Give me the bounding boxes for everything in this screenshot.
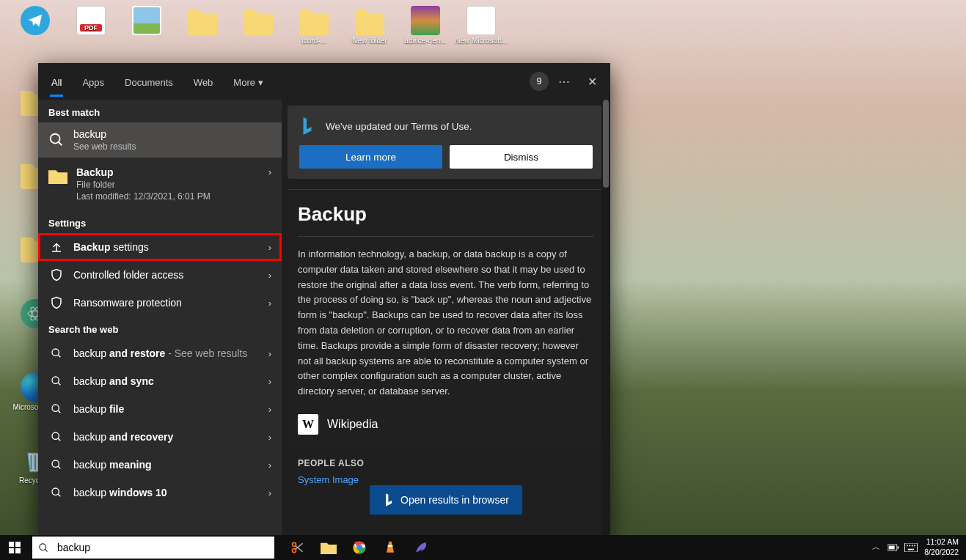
pin-explorer[interactable]: [314, 535, 343, 560]
tray-keyboard-icon[interactable]: [902, 535, 920, 560]
settings-item-controlled-folder[interactable]: Controlled folder access ›: [38, 261, 282, 289]
chevron-right-icon: ›: [268, 270, 271, 281]
web-item-5[interactable]: backup windows 10 ›: [38, 479, 282, 506]
close-icon[interactable]: ✕: [579, 69, 604, 94]
desktop-icon-newfolder[interactable]: New folder: [343, 6, 396, 45]
svg-point-13: [52, 460, 59, 467]
svg-line-8: [58, 383, 60, 385]
desktop-icon-telegram[interactable]: [9, 6, 62, 37]
taskbar: ︿ 11:02 AM 8/20/2022: [0, 535, 966, 560]
pin-snip[interactable]: [283, 535, 312, 560]
pin-vlc[interactable]: [376, 535, 405, 560]
svg-rect-29: [898, 546, 899, 548]
chevron-right-icon: ›: [268, 242, 271, 253]
web-item-1[interactable]: backup and sync ›: [38, 367, 282, 395]
pin-feather[interactable]: [406, 535, 436, 560]
svg-rect-32: [907, 545, 908, 547]
scroll-thumb[interactable]: [603, 100, 609, 188]
wikipedia-link[interactable]: W Wikipedia: [298, 414, 594, 435]
svg-point-3: [51, 134, 60, 144]
desktop-icon-folder-2[interactable]: [232, 6, 285, 37]
svg-rect-20: [15, 548, 21, 553]
svg-point-11: [52, 432, 59, 439]
chevron-right-icon: ›: [268, 298, 271, 309]
chevron-right-icon: ›: [268, 460, 271, 471]
shield-icon: [48, 267, 65, 283]
settings-item-ransomware[interactable]: Ransomware protection ›: [38, 289, 282, 317]
tab-documents[interactable]: Documents: [114, 67, 183, 97]
taskbar-search[interactable]: [32, 537, 274, 559]
desktop-icon-folder-1[interactable]: [176, 6, 229, 37]
open-browser-button[interactable]: Open results in browser: [370, 485, 522, 515]
backup-arrow-icon: [48, 239, 65, 255]
chevron-right-icon: ›: [268, 432, 271, 443]
bing-icon: [383, 493, 395, 507]
start-button[interactable]: [0, 535, 29, 560]
banner-text: We've updated our Terms of Use.: [326, 121, 472, 132]
search-tabs: All Apps Documents Web More ▾: [38, 63, 282, 100]
chrome-icon: [352, 540, 367, 555]
tray-battery-icon[interactable]: [885, 535, 902, 560]
chevron-right-icon: ›: [268, 404, 271, 415]
settings-item-backup[interactable]: Backup settings ›: [38, 233, 282, 261]
scissors-icon: [290, 540, 305, 555]
desktop-icon-tcord[interactable]: tcord-...: [288, 6, 340, 45]
search-left-pane: All Apps Documents Web More ▾ Best match…: [38, 63, 282, 535]
bestmatch-title: backup: [73, 128, 271, 140]
more-icon[interactable]: ⋯: [552, 69, 577, 94]
dismiss-button[interactable]: Dismiss: [450, 145, 593, 169]
taskbar-clock[interactable]: 11:02 AM 8/20/2022: [920, 537, 966, 557]
desktop-icon-image[interactable]: [120, 6, 173, 37]
tab-all[interactable]: All: [41, 67, 72, 97]
svg-line-22: [45, 549, 47, 551]
search-icon: [48, 401, 65, 417]
card-title: Backup: [298, 203, 594, 226]
scrollbar[interactable]: [601, 100, 610, 535]
tab-more[interactable]: More ▾: [223, 67, 273, 97]
people-link[interactable]: System Image: [298, 474, 359, 485]
bing-icon: [299, 116, 315, 136]
search-input[interactable]: [54, 542, 274, 553]
svg-rect-33: [910, 545, 911, 547]
document-icon: [466, 6, 496, 35]
svg-rect-36: [908, 549, 915, 550]
taskbar-pins: [283, 535, 436, 560]
clock-date: 8/20/2022: [924, 548, 959, 558]
badge-count[interactable]: 9: [530, 72, 549, 91]
search-right-pane: 9 ⋯ ✕ We've updated our Terms of Use. Le…: [282, 63, 610, 535]
chevron-right-icon: ›: [268, 487, 271, 498]
svg-line-12: [58, 438, 60, 441]
search-icon: [48, 373, 65, 389]
svg-rect-17: [9, 542, 14, 547]
desktop-icon-new-ms[interactable]: New Microsoft...: [455, 6, 508, 45]
tray-chevron-up-icon[interactable]: ︿: [867, 535, 885, 560]
clock-time: 11:02 AM: [924, 537, 959, 548]
card-body: In information technology, a backup, or …: [298, 247, 594, 399]
web-item-4[interactable]: backup meaning ›: [38, 451, 282, 479]
people-also-label: PEOPLE ALSO: [298, 458, 594, 468]
svg-point-5: [52, 349, 59, 355]
web-item-2[interactable]: backup file ›: [38, 395, 282, 423]
web-item-0[interactable]: backup and restore - See web results ›: [38, 339, 282, 367]
tab-web[interactable]: Web: [183, 67, 224, 97]
search-icon: [48, 345, 65, 361]
tab-apps[interactable]: Apps: [72, 67, 114, 97]
desktop-icon-pdf[interactable]: PDF: [65, 6, 117, 37]
svg-rect-18: [15, 542, 21, 547]
svg-line-4: [59, 142, 62, 146]
folder-item[interactable]: Backup File folder Last modified: 12/3/2…: [38, 158, 282, 210]
web-item-3[interactable]: backup and recovery ›: [38, 423, 282, 451]
bestmatch-item[interactable]: backup See web results: [38, 122, 282, 158]
svg-rect-19: [9, 548, 14, 553]
svg-line-14: [58, 466, 60, 468]
svg-point-9: [52, 405, 59, 411]
svg-rect-34: [912, 545, 913, 547]
chevron-right-icon: ›: [268, 348, 271, 359]
learn-more-button[interactable]: Learn more: [299, 145, 442, 169]
section-settings: Settings: [38, 210, 282, 233]
feather-icon: [414, 540, 428, 555]
desktop-icon-winrar[interactable]: advice-gen...: [399, 6, 452, 45]
pin-chrome[interactable]: [345, 535, 374, 560]
folder-icon: [48, 166, 67, 185]
shield-icon: [48, 295, 65, 311]
